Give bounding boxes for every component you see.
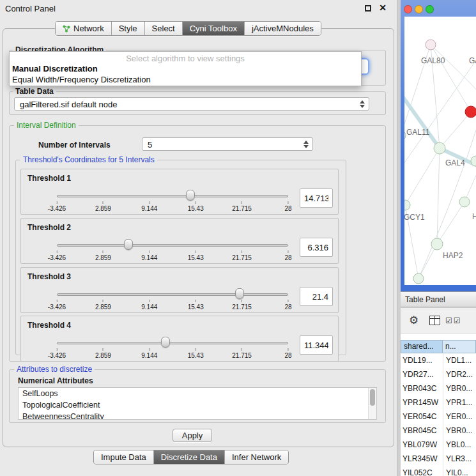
network-node-label: GA bbox=[469, 56, 476, 65]
threshold-1-value-field[interactable] bbox=[300, 188, 333, 208]
list-scrollbar[interactable] bbox=[368, 388, 376, 419]
list-item[interactable]: BetweennessCentrality bbox=[19, 411, 376, 420]
interval-definition-title: Interval Definition bbox=[14, 121, 79, 130]
slider-track[interactable] bbox=[57, 293, 288, 296]
top-tab-bar: Network Style Select Cyni Toolbox jActiv… bbox=[55, 21, 321, 36]
threshold-1-block: Threshold 1 -3.426 2.859 9.144 15.43 21.… bbox=[20, 169, 339, 215]
slider-tick: 2.859 bbox=[95, 250, 111, 261]
slider-handle[interactable] bbox=[186, 190, 195, 201]
threshold-3-value-field[interactable] bbox=[300, 287, 333, 306]
table-data-group-title: Table Data bbox=[13, 87, 56, 96]
table-row[interactable]: YPR145WYPR1... bbox=[401, 395, 476, 410]
minimize-traffic-light[interactable] bbox=[415, 5, 423, 13]
slider-handle[interactable] bbox=[124, 239, 133, 250]
tab-label: Network bbox=[73, 24, 104, 33]
network-node-label: HAP2 bbox=[443, 251, 463, 260]
slider-handle[interactable] bbox=[235, 288, 244, 299]
tab-discretize-data[interactable]: Discretize Data bbox=[154, 450, 225, 464]
threshold-4-value-field[interactable] bbox=[300, 335, 333, 355]
slider-tick: 15.43 bbox=[188, 201, 204, 212]
slider-tick: 15.43 bbox=[188, 300, 204, 311]
network-node[interactable] bbox=[426, 40, 436, 50]
numerical-attributes-list: SelfLoops TopologicalCoefficient Between… bbox=[18, 387, 377, 420]
network-canvas[interactable]: GAL80 GA GAL11 GAL4 GCY1 H HAP2 bbox=[404, 17, 476, 285]
tab-select[interactable]: Select bbox=[145, 22, 183, 35]
network-node[interactable] bbox=[431, 238, 443, 250]
tab-impute-data[interactable]: Impute Data bbox=[94, 450, 154, 464]
slider-tick: 9.144 bbox=[141, 348, 157, 359]
column-header-name[interactable]: n... bbox=[443, 340, 476, 353]
float-window-icon[interactable] bbox=[365, 5, 371, 12]
threshold-3-slider: -3.426 2.859 9.144 15.43 21.715 28 bbox=[57, 287, 288, 312]
tab-label: Cyni Toolbox bbox=[190, 24, 237, 33]
control-panel: Control Panel ✕ Network Style Select Cyn… bbox=[0, 0, 397, 476]
slider-tick: 15.43 bbox=[188, 250, 204, 261]
column-header-shared-name[interactable]: shared... bbox=[401, 340, 443, 353]
threshold-2-label: Threshold 2 bbox=[27, 223, 71, 232]
tab-style[interactable]: Style bbox=[112, 22, 145, 35]
number-of-intervals-combobox[interactable]: 5 bbox=[142, 137, 313, 151]
bottom-tab-bar: Impute Data Discretize Data Infer Networ… bbox=[93, 450, 289, 464]
list-item[interactable]: TopologicalCoefficient bbox=[19, 399, 376, 411]
gear-icon[interactable]: ⚙ bbox=[409, 314, 418, 327]
number-of-intervals-label: Number of Intervals bbox=[38, 141, 111, 150]
close-icon[interactable]: ✕ bbox=[379, 3, 387, 12]
select-columns-checkboxes-icon[interactable]: ☑☑ bbox=[445, 316, 462, 325]
threshold-2-slider: -3.426 2.859 9.144 15.43 21.715 28 bbox=[57, 238, 288, 263]
dropdown-option-manual[interactable]: Manual Discretization bbox=[10, 63, 361, 74]
table-panel-title: Table Panel bbox=[405, 295, 445, 304]
panel-title: Control Panel bbox=[5, 4, 56, 13]
scrollbar-thumb[interactable] bbox=[370, 389, 375, 406]
dropdown-prompt: Select algorithm to view settings bbox=[10, 52, 361, 63]
network-node-label: H bbox=[472, 212, 476, 221]
threshold-4-block: Threshold 4 -3.426 2.859 9.144 15.43 21.… bbox=[20, 316, 339, 362]
close-traffic-light[interactable] bbox=[404, 5, 412, 13]
table-row[interactable]: YLR345WYLR3... bbox=[401, 452, 476, 466]
slider-tick: 9.144 bbox=[141, 250, 157, 261]
slider-ticks: -3.426 2.859 9.144 15.43 21.715 28 bbox=[57, 201, 288, 213]
table-row[interactable]: YBR043CYBR0... bbox=[401, 381, 476, 395]
slider-tick: -3.426 bbox=[48, 250, 66, 261]
table-row[interactable]: YER054CYER0... bbox=[401, 410, 476, 424]
network-view-window: GAL80 GA GAL11 GAL4 GCY1 H HAP2 bbox=[401, 0, 476, 291]
tab-network[interactable]: Network bbox=[56, 22, 112, 35]
slider-tick: 2.859 bbox=[95, 300, 111, 311]
network-node[interactable] bbox=[434, 142, 445, 154]
table-row[interactable]: YDL19...YDL1... bbox=[401, 353, 476, 367]
list-item[interactable]: SelfLoops bbox=[19, 388, 376, 399]
table-row[interactable]: YDR27...YDR2... bbox=[401, 367, 476, 381]
number-of-intervals-value: 5 bbox=[148, 139, 152, 149]
network-node[interactable] bbox=[404, 200, 410, 210]
node-table: shared... n... YDL19...YDL1... YDR27...Y… bbox=[401, 334, 476, 476]
threshold-3-label: Threshold 3 bbox=[27, 272, 71, 281]
network-node[interactable] bbox=[413, 273, 424, 284]
slider-tick: 28 bbox=[284, 250, 291, 261]
tab-infer-network[interactable]: Infer Network bbox=[225, 450, 288, 464]
table-row[interactable]: YBL079WYBL0... bbox=[401, 438, 476, 452]
network-node[interactable] bbox=[459, 197, 470, 207]
tab-jactivemodules[interactable]: jActiveMNodules bbox=[245, 22, 321, 35]
slider-tick: 28 bbox=[284, 300, 291, 311]
zoom-traffic-light[interactable] bbox=[426, 5, 434, 13]
apply-button[interactable]: Apply bbox=[173, 429, 212, 442]
network-node-label: GCY1 bbox=[404, 213, 425, 222]
dropdown-option-equal-width[interactable]: Equal Width/Frequency Discretization bbox=[10, 74, 361, 85]
slider-track[interactable] bbox=[57, 342, 288, 344]
slider-tick: -3.426 bbox=[48, 300, 66, 311]
slider-tick: 9.144 bbox=[141, 300, 157, 311]
algorithm-dropdown-popup: Select algorithm to view settings Manual… bbox=[9, 51, 362, 86]
tab-cyni-toolbox[interactable]: Cyni Toolbox bbox=[183, 22, 245, 35]
table-row[interactable]: YBR045CYBR0... bbox=[401, 424, 476, 438]
slider-tick: 21.715 bbox=[232, 348, 252, 359]
slider-track[interactable] bbox=[57, 244, 288, 247]
network-node[interactable] bbox=[404, 130, 406, 141]
threshold-1-slider: -3.426 2.859 9.144 15.43 21.715 28 bbox=[57, 188, 288, 214]
threshold-2-value-field[interactable] bbox=[300, 238, 333, 257]
columns-icon[interactable] bbox=[429, 316, 440, 325]
table-row[interactable]: YIL052CYIL0... bbox=[401, 466, 476, 476]
network-node-selected[interactable] bbox=[465, 106, 476, 118]
slider-track[interactable] bbox=[57, 195, 288, 197]
slider-tick: 21.715 bbox=[232, 250, 252, 261]
slider-handle[interactable] bbox=[161, 337, 170, 348]
table-data-combobox[interactable]: galFiltered.sif default node bbox=[14, 97, 369, 111]
